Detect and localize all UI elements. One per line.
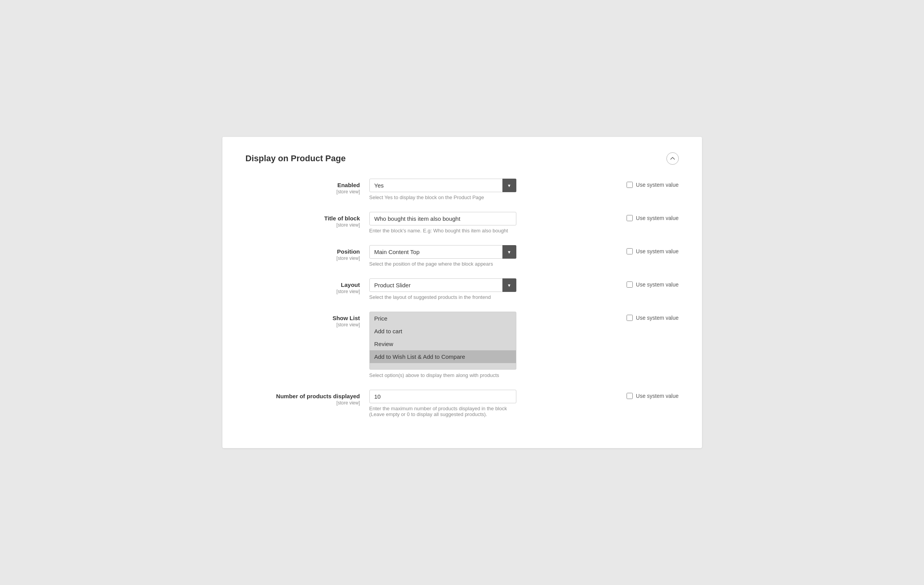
show-list-store-view: [store view] xyxy=(246,322,360,327)
num-products-use-system-label[interactable]: Use system value xyxy=(636,393,678,399)
position-use-system-label[interactable]: Use system value xyxy=(636,248,678,254)
position-label-col: Position [store view] xyxy=(246,245,369,261)
show-list-hint: Select option(s) above to display them a… xyxy=(369,372,621,378)
title-block-label: Title of block xyxy=(246,215,360,222)
enabled-select[interactable]: Yes No xyxy=(369,179,516,192)
title-block-input-col: Enter the block's name. E.g: Who bought … xyxy=(369,212,621,234)
position-label: Position xyxy=(246,248,360,255)
position-select[interactable]: Main Content Top Main Content Bottom Sid… xyxy=(369,245,516,259)
num-products-use-system-checkbox[interactable] xyxy=(627,393,633,399)
num-products-row: Number of products displayed [store view… xyxy=(246,390,679,417)
layout-store-view: [store view] xyxy=(246,289,360,294)
position-input-col: Main Content Top Main Content Bottom Sid… xyxy=(369,245,621,267)
position-row: Position [store view] Main Content Top M… xyxy=(246,245,679,267)
title-block-system-value-col: Use system value xyxy=(620,212,678,221)
layout-hint: Select the layout of suggested products … xyxy=(369,294,621,300)
enabled-input-col: Yes No Select Yes to display the block o… xyxy=(369,179,621,200)
layout-system-value-col: Use system value xyxy=(620,278,678,288)
num-products-hint: Enter the maximum number of products dis… xyxy=(369,406,621,417)
position-select-wrapper: Main Content Top Main Content Bottom Sid… xyxy=(369,245,516,259)
num-products-label-col: Number of products displayed [store view… xyxy=(246,390,369,406)
num-products-label: Number of products displayed xyxy=(246,393,360,399)
show-list-use-system-checkbox[interactable] xyxy=(627,315,633,321)
enabled-use-system-checkbox[interactable] xyxy=(627,182,633,188)
position-hint: Select the position of the page where th… xyxy=(369,261,621,267)
layout-use-system-checkbox[interactable] xyxy=(627,281,633,288)
title-block-use-system-label[interactable]: Use system value xyxy=(636,215,678,221)
show-list-label-col: Show List [store view] xyxy=(246,312,369,327)
enabled-system-value-col: Use system value xyxy=(620,179,678,188)
title-block-store-view: [store view] xyxy=(246,222,360,228)
layout-row: Layout [store view] Product Slider Produ… xyxy=(246,278,679,300)
position-system-value-col: Use system value xyxy=(620,245,678,254)
enabled-label-col: Enabled [store view] xyxy=(246,179,369,194)
layout-use-system-label[interactable]: Use system value xyxy=(636,281,678,288)
position-use-system-checkbox[interactable] xyxy=(627,248,633,254)
show-list-system-value-col: Use system value xyxy=(620,312,678,321)
title-block-hint: Enter the block's name. E.g: Who bought … xyxy=(369,228,621,234)
show-list-input-col: Price Add to cart Review Add to Wish Lis… xyxy=(369,312,621,378)
layout-label: Layout xyxy=(246,281,360,288)
enabled-label: Enabled xyxy=(246,182,360,188)
title-block-use-system-checkbox[interactable] xyxy=(627,215,633,221)
num-products-store-view: [store view] xyxy=(246,400,360,406)
title-block-input[interactable] xyxy=(369,212,516,225)
position-store-view: [store view] xyxy=(246,256,360,261)
display-on-product-page-panel: Display on Product Page Enabled [store v… xyxy=(222,137,702,448)
panel-header: Display on Product Page xyxy=(246,152,679,165)
title-block-label-col: Title of block [store view] xyxy=(246,212,369,228)
num-products-input[interactable] xyxy=(369,390,516,403)
enabled-select-wrapper: Yes No xyxy=(369,179,516,192)
show-list-row: Show List [store view] Price Add to cart… xyxy=(246,312,679,378)
num-products-input-col: Enter the maximum number of products dis… xyxy=(369,390,621,417)
enabled-hint: Select Yes to display the block on the P… xyxy=(369,194,621,200)
title-block-row: Title of block [store view] Enter the bl… xyxy=(246,212,679,234)
enabled-row: Enabled [store view] Yes No Select Yes t… xyxy=(246,179,679,200)
collapse-button[interactable] xyxy=(666,152,679,165)
layout-label-col: Layout [store view] xyxy=(246,278,369,294)
enabled-use-system-label[interactable]: Use system value xyxy=(636,182,678,188)
show-list-label: Show List xyxy=(246,315,360,321)
num-products-system-value-col: Use system value xyxy=(620,390,678,399)
show-list-use-system-label[interactable]: Use system value xyxy=(636,315,678,321)
layout-select-wrapper: Product Slider Product Grid Product List xyxy=(369,278,516,292)
layout-select[interactable]: Product Slider Product Grid Product List xyxy=(369,278,516,292)
panel-title: Display on Product Page xyxy=(246,153,346,164)
enabled-store-view: [store view] xyxy=(246,189,360,194)
show-list-multiselect[interactable]: Price Add to cart Review Add to Wish Lis… xyxy=(369,312,516,370)
layout-input-col: Product Slider Product Grid Product List… xyxy=(369,278,621,300)
